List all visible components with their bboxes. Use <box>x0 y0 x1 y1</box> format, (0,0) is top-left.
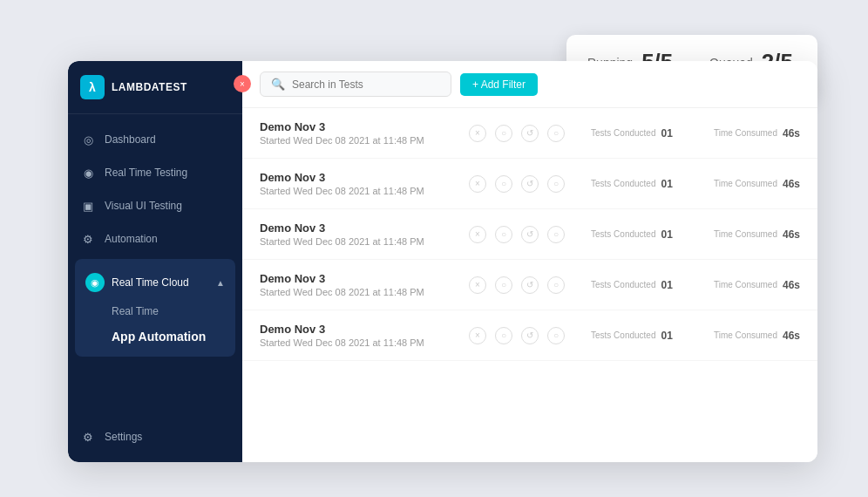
submenu-header[interactable]: ◉ Real Time Cloud ▲ <box>75 266 235 299</box>
submenu-item-real-time[interactable]: Real Time <box>75 299 235 323</box>
real-time-cloud-icon: ◉ <box>85 273 105 292</box>
test-info: Demo Nov 3 Started Wed Dec 08 2021 at 11… <box>260 323 451 348</box>
test-name: Demo Nov 3 <box>260 323 451 336</box>
visual-ui-testing-icon: ▣ <box>80 198 96 214</box>
tests-conducted-stat: Tests Conducted 01 <box>591 178 673 190</box>
visual-ui-testing-label: Visual UI Testing <box>105 200 182 212</box>
status-icon-1[interactable]: × <box>469 175 486 193</box>
tests-conducted-value: 01 <box>661 330 673 342</box>
test-stats: Tests Conducted 01 Time Consumed 46s <box>591 178 800 190</box>
time-consumed-value: 46s <box>783 330 800 342</box>
test-stats: Tests Conducted 01 Time Consumed 46s <box>591 330 800 342</box>
main-content: 🔍 + Add Filter Demo Nov 3 Started Wed De… <box>242 61 817 462</box>
test-stats: Tests Conducted 01 Time Consumed 46s <box>591 228 800 241</box>
app-wrapper: Running 5/5 Queued 2/5 λ LAMBDATEST × <box>51 35 817 462</box>
time-consumed-label: Time Consumed <box>714 128 777 138</box>
chevron-up-icon: ▲ <box>216 278 225 288</box>
sidebar-nav: ◎ Dashboard ◉ Real Time Testing ▣ Visual… <box>68 114 242 420</box>
main-window: λ LAMBDATEST × ◎ Dashboard ◉ Real Time T… <box>68 61 817 462</box>
tests-conducted-label: Tests Conducted <box>591 229 656 239</box>
test-icons: × ○ ↺ ○ <box>469 175 573 193</box>
test-date: Started Wed Dec 08 2021 at 11:48 PM <box>260 287 451 297</box>
automation-label: Automation <box>105 233 158 245</box>
status-icon-2[interactable]: ○ <box>495 125 512 142</box>
table-row: Demo Nov 3 Started Wed Dec 08 2021 at 11… <box>242 108 817 159</box>
time-consumed-value: 46s <box>783 178 800 190</box>
time-consumed-stat: Time Consumed 46s <box>714 330 800 342</box>
status-icon-1[interactable]: × <box>469 125 486 142</box>
close-button[interactable]: × <box>234 75 251 92</box>
logo-letter: λ <box>89 80 96 94</box>
tests-conducted-value: 01 <box>661 279 673 291</box>
test-list: Demo Nov 3 Started Wed Dec 08 2021 at 11… <box>242 108 817 462</box>
status-icon-3[interactable]: ↺ <box>521 226 539 243</box>
tests-conducted-label: Tests Conducted <box>591 128 656 138</box>
test-date: Started Wed Dec 08 2021 at 11:48 PM <box>260 186 451 196</box>
time-consumed-label: Time Consumed <box>714 229 777 239</box>
table-row: Demo Nov 3 Started Wed Dec 08 2021 at 11… <box>242 159 817 209</box>
search-bar: 🔍 + Add Filter <box>242 61 817 108</box>
status-icon-1[interactable]: × <box>469 327 486 344</box>
tests-conducted-value: 01 <box>661 228 673 241</box>
sidebar-item-visual-ui-testing[interactable]: ▣ Visual UI Testing <box>68 189 242 222</box>
status-icon-4[interactable]: ○ <box>547 175 565 193</box>
status-icon-2[interactable]: ○ <box>495 175 512 193</box>
status-icon-2[interactable]: ○ <box>495 226 512 243</box>
status-icon-4[interactable]: ○ <box>547 125 565 142</box>
search-input[interactable] <box>292 78 440 91</box>
status-icon-3[interactable]: ↺ <box>521 276 539 294</box>
test-info: Demo Nov 3 Started Wed Dec 08 2021 at 11… <box>260 120 451 146</box>
tests-conducted-stat: Tests Conducted 01 <box>591 228 673 241</box>
sidebar-item-dashboard[interactable]: ◎ Dashboard <box>68 123 242 156</box>
status-icon-2[interactable]: ○ <box>495 327 512 344</box>
test-name: Demo Nov 3 <box>260 272 451 285</box>
status-icon-1[interactable]: × <box>469 226 486 243</box>
table-row: Demo Nov 3 Started Wed Dec 08 2021 at 11… <box>242 260 817 310</box>
test-icons: × ○ ↺ ○ <box>469 226 573 243</box>
tests-conducted-stat: Tests Conducted 01 <box>591 330 673 342</box>
time-consumed-label: Time Consumed <box>714 330 777 340</box>
time-consumed-stat: Time Consumed 46s <box>714 279 800 291</box>
status-icon-4[interactable]: ○ <box>547 327 565 344</box>
submenu-item-app-automation[interactable]: App Automation <box>75 323 235 350</box>
real-time-testing-icon: ◉ <box>80 165 96 180</box>
time-consumed-value: 46s <box>783 228 800 241</box>
sidebar-item-settings[interactable]: ⚙ Settings <box>68 420 242 453</box>
time-consumed-stat: Time Consumed 46s <box>714 228 800 241</box>
sidebar: λ LAMBDATEST × ◎ Dashboard ◉ Real Time T… <box>68 61 242 462</box>
dashboard-label: Dashboard <box>105 133 156 146</box>
dashboard-icon: ◎ <box>80 132 96 147</box>
tests-conducted-label: Tests Conducted <box>591 280 656 289</box>
table-row: Demo Nov 3 Started Wed Dec 08 2021 at 11… <box>242 310 817 361</box>
tests-conducted-value: 01 <box>661 127 673 140</box>
test-stats: Tests Conducted 01 Time Consumed 46s <box>591 127 800 140</box>
test-name: Demo Nov 3 <box>260 120 451 133</box>
submenu-container: ◉ Real Time Cloud ▲ Real Time App Automa… <box>75 259 235 357</box>
status-icon-1[interactable]: × <box>469 276 486 294</box>
test-stats: Tests Conducted 01 Time Consumed 46s <box>591 279 800 291</box>
status-icon-3[interactable]: ↺ <box>521 175 539 193</box>
time-consumed-stat: Time Consumed 46s <box>714 178 800 190</box>
test-name: Demo Nov 3 <box>260 221 451 235</box>
test-date: Started Wed Dec 08 2021 at 11:48 PM <box>260 337 451 348</box>
status-icon-4[interactable]: ○ <box>547 276 565 294</box>
sidebar-item-real-time-testing[interactable]: ◉ Real Time Testing <box>68 156 242 189</box>
tests-conducted-stat: Tests Conducted 01 <box>591 127 673 140</box>
tests-conducted-value: 01 <box>661 178 673 190</box>
time-consumed-stat: Time Consumed 46s <box>714 127 800 140</box>
status-icon-2[interactable]: ○ <box>495 276 512 294</box>
test-date: Started Wed Dec 08 2021 at 11:48 PM <box>260 236 451 247</box>
status-icon-4[interactable]: ○ <box>547 226 565 243</box>
sidebar-item-automation[interactable]: ⚙ Automation <box>68 222 242 255</box>
test-info: Demo Nov 3 Started Wed Dec 08 2021 at 11… <box>260 221 451 247</box>
tests-conducted-stat: Tests Conducted 01 <box>591 279 673 291</box>
logo-icon: λ <box>80 75 105 99</box>
status-icon-3[interactable]: ↺ <box>521 327 539 344</box>
status-icon-3[interactable]: ↺ <box>521 125 539 142</box>
search-input-wrap[interactable]: 🔍 <box>260 71 451 97</box>
time-consumed-value: 46s <box>783 279 800 291</box>
add-filter-button[interactable]: + Add Filter <box>460 73 538 96</box>
automation-icon: ⚙ <box>80 231 96 247</box>
search-icon: 🔍 <box>271 78 285 91</box>
time-consumed-value: 46s <box>783 127 800 140</box>
